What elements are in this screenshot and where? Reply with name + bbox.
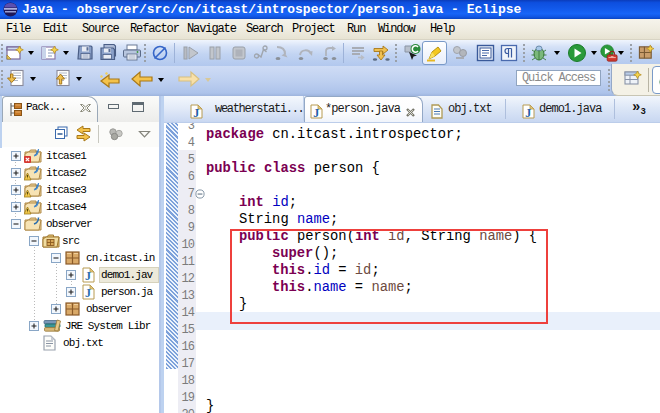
svg-text:J: J: [193, 106, 199, 120]
svg-text:J: J: [85, 269, 91, 283]
svg-text:J: J: [85, 286, 91, 300]
svg-text:J: J: [525, 106, 531, 120]
svg-text:J: J: [313, 106, 319, 120]
